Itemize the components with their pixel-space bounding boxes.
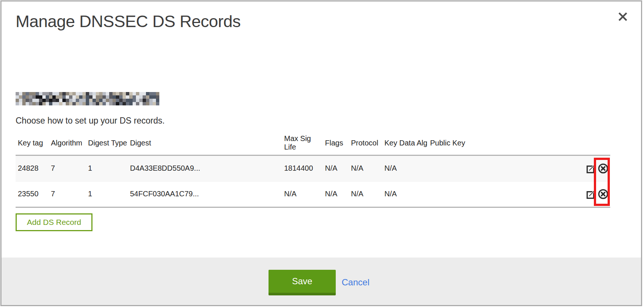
col-key-tag: Key tag bbox=[16, 134, 49, 155]
cell-key-tag: 24828 bbox=[16, 155, 49, 181]
dialog-footer: Save Cancel bbox=[1, 258, 641, 305]
cell-actions bbox=[582, 155, 610, 181]
cell-flags: N/A bbox=[323, 155, 349, 181]
cancel-link[interactable]: Cancel bbox=[342, 277, 370, 288]
cell-digest: 54FCF030AA1C79... bbox=[128, 181, 282, 207]
edit-record-button[interactable] bbox=[586, 189, 596, 199]
cell-public-key bbox=[428, 181, 582, 207]
edit-icon bbox=[586, 189, 596, 199]
cell-flags: N/A bbox=[323, 181, 349, 207]
instruction-text: Choose how to set up your DS records. bbox=[16, 116, 165, 126]
col-algorithm: Algorithm bbox=[49, 134, 86, 155]
table-row: 23550 7 1 54FCF030AA1C79... N/A N/A N/A … bbox=[16, 181, 610, 207]
dialog-title: Manage DNSSEC DS Records bbox=[16, 12, 241, 31]
col-max-sig-life: Max Sig Life bbox=[282, 134, 323, 155]
cell-digest-type: 1 bbox=[86, 155, 128, 181]
col-flags: Flags bbox=[323, 134, 349, 155]
cell-key-data-alg: N/A bbox=[382, 155, 428, 181]
delete-record-button[interactable] bbox=[598, 163, 608, 174]
cell-digest-type: 1 bbox=[86, 181, 128, 207]
cell-algorithm: 7 bbox=[49, 181, 86, 207]
delete-record-button[interactable] bbox=[598, 189, 608, 199]
cell-key-tag: 23550 bbox=[16, 181, 49, 207]
edit-record-button[interactable] bbox=[586, 163, 596, 174]
cell-digest: D4A33E8DD550A9... bbox=[128, 155, 282, 181]
col-protocol: Protocol bbox=[349, 134, 382, 155]
edit-icon bbox=[586, 163, 596, 174]
col-digest: Digest bbox=[128, 134, 282, 155]
table-row: 24828 7 1 D4A33E8DD550A9... 1814400 N/A … bbox=[16, 155, 610, 181]
save-button[interactable]: Save bbox=[269, 270, 336, 295]
delete-icon bbox=[598, 189, 608, 199]
col-digest-type: Digest Type bbox=[86, 134, 128, 155]
cell-max-sig-life: N/A bbox=[282, 181, 323, 207]
cell-actions bbox=[582, 181, 610, 207]
cell-algorithm: 7 bbox=[49, 155, 86, 181]
col-key-data-alg: Key Data Alg bbox=[382, 134, 428, 155]
cell-public-key bbox=[428, 155, 582, 181]
delete-icon bbox=[598, 163, 608, 174]
table-header-row: Key tag Algorithm Digest Type Digest Max… bbox=[16, 134, 610, 155]
cell-protocol: N/A bbox=[349, 155, 382, 181]
add-ds-record-button[interactable]: Add DS Record bbox=[16, 213, 92, 231]
col-actions bbox=[582, 134, 610, 155]
close-icon bbox=[617, 11, 628, 22]
redacted-domain-name bbox=[16, 92, 159, 105]
cell-max-sig-life: 1814400 bbox=[282, 155, 323, 181]
cell-protocol: N/A bbox=[349, 181, 382, 207]
manage-ds-records-dialog: Manage DNSSEC DS Records Choose how to s… bbox=[0, 0, 642, 306]
ds-records-table: Key tag Algorithm Digest Type Digest Max… bbox=[16, 134, 610, 208]
close-button[interactable] bbox=[617, 10, 629, 23]
col-public-key: Public Key bbox=[428, 134, 582, 155]
cell-key-data-alg: N/A bbox=[382, 181, 428, 207]
